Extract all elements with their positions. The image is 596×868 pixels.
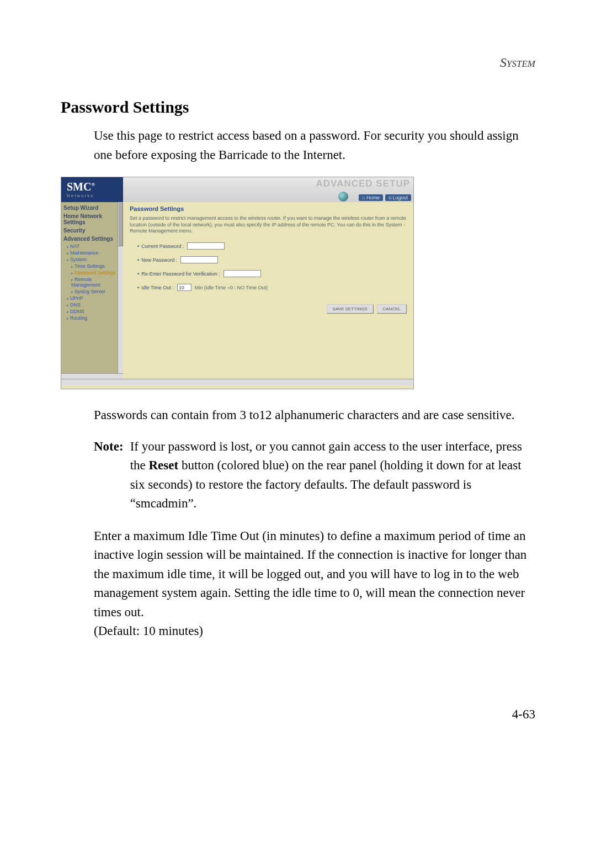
nav-system[interactable]: System	[63, 256, 121, 263]
sidebar-vscroll-thumb[interactable]	[118, 202, 123, 246]
cancel-button[interactable]: CANCEL	[377, 304, 407, 314]
note-content: If your password is lost, or you cannot …	[130, 437, 535, 514]
ss-content: Password Settings Set a password to rest…	[123, 202, 413, 379]
logo-sub: Networks	[67, 193, 118, 198]
bullet-icon: •	[137, 244, 139, 249]
new-password-row: • New Password :	[137, 256, 407, 263]
nav-syslog-server[interactable]: Syslog Server	[63, 288, 121, 295]
nav-routing[interactable]: Routing	[63, 315, 121, 321]
sidebar-vscroll[interactable]	[118, 202, 123, 379]
reenter-password-row: • Re-Enter Password for Verification :	[137, 270, 407, 277]
idle-timeout-row: • Idle Time Out : 10 Min (Idle Time =0 :…	[137, 284, 407, 291]
bullet-icon: •	[137, 271, 139, 277]
idle-timeout-hint: Min (Idle Time =0 : NO Time Out)	[195, 285, 268, 290]
reset-bold: Reset	[149, 458, 179, 472]
nav-nat[interactable]: NAT	[63, 243, 121, 250]
nav-home-network[interactable]: Home Network Settings	[63, 212, 121, 226]
note-text-2: button (colored blue) on the rear panel …	[130, 458, 522, 510]
nav-ddns[interactable]: DDNS	[63, 308, 121, 315]
save-settings-button[interactable]: SAVE SETTINGS	[327, 304, 374, 314]
nav-maintenance[interactable]: Maintenance	[63, 250, 121, 256]
button-row: SAVE SETTINGS CANCEL	[130, 304, 407, 314]
ss-body: Setup Wizard Home Network Settings Secur…	[61, 202, 413, 379]
logo-text: SMC	[67, 181, 91, 193]
password-rules-paragraph: Passwords can contain from 3 to12 alphan…	[94, 406, 535, 425]
nav-remote-management[interactable]: Remote Management	[63, 276, 121, 288]
home-link[interactable]: ⌂ Home	[359, 194, 383, 201]
current-password-row: • Current Password :	[137, 242, 407, 250]
nav-setup-wizard[interactable]: Setup Wizard	[63, 204, 121, 212]
content-desc: Set a password to restrict management ac…	[130, 215, 407, 235]
nav-dns[interactable]: DNS	[63, 301, 121, 308]
idle-timeout-label: Idle Time Out :	[141, 285, 174, 290]
idle-timeout-input[interactable]: 10	[177, 284, 191, 291]
content-title: Password Settings	[130, 205, 407, 212]
note-block: Note: If your password is lost, or you c…	[94, 437, 535, 514]
router-ui-screenshot: SMC® Networks ADVANCED SETUP ⌂ Home ⎋ Lo…	[61, 177, 414, 389]
sidebar-hscroll[interactable]	[61, 373, 123, 379]
sidebar-bottom-scroll[interactable]	[61, 379, 413, 385]
ss-sidebar: Setup Wizard Home Network Settings Secur…	[61, 202, 123, 379]
nav-time-settings[interactable]: Time Settings	[63, 263, 121, 269]
ss-topnav: ⌂ Home ⎋ Logout	[359, 194, 411, 201]
ss-logo: SMC® Networks	[61, 177, 123, 202]
page-section-header: System	[61, 55, 535, 70]
current-password-input[interactable]	[187, 242, 225, 250]
new-password-input[interactable]	[180, 256, 218, 263]
bullet-icon: •	[137, 285, 139, 290]
nav-upnp[interactable]: UPnP	[63, 295, 121, 301]
current-password-label: Current Password :	[141, 244, 184, 249]
note-label: Note:	[94, 437, 124, 514]
page-number: 4-63	[61, 707, 535, 722]
reenter-password-label: Re-Enter Password for Verification :	[141, 271, 220, 277]
bullet-icon: •	[137, 257, 139, 263]
new-password-label: New Password :	[141, 257, 177, 263]
intro-paragraph: Use this page to restrict access based o…	[94, 126, 535, 165]
reenter-password-input[interactable]	[223, 270, 261, 277]
page-heading: Password Settings	[61, 98, 535, 117]
nav-advanced[interactable]: Advanced Settings	[63, 235, 121, 243]
globe-icon	[338, 192, 348, 202]
ss-banner-title: ADVANCED SETUP	[316, 178, 410, 189]
ss-banner: ADVANCED SETUP ⌂ Home ⎋ Logout	[123, 177, 413, 202]
logout-link[interactable]: ⎋ Logout	[385, 194, 411, 201]
idle-timeout-paragraph: Enter a maximum Idle Time Out (in minute…	[94, 527, 535, 641]
nav-password-settings[interactable]: Password Settings	[63, 269, 121, 276]
ss-header: SMC® Networks ADVANCED SETUP ⌂ Home ⎋ Lo…	[61, 177, 413, 202]
section-name: System	[500, 55, 535, 70]
nav-security[interactable]: Security	[63, 226, 121, 235]
